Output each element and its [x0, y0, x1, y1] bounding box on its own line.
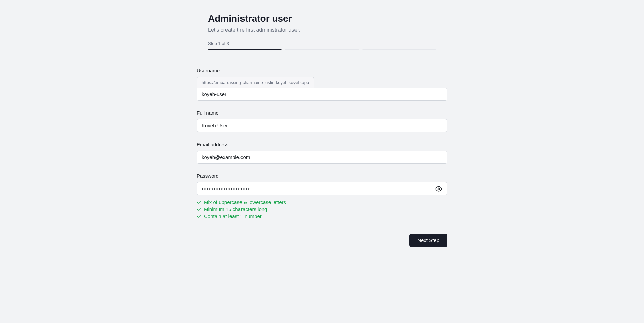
fullname-label: Full name [197, 110, 447, 116]
progress-segment-3 [362, 49, 436, 50]
password-group: Password Mix of uppercase & lowercase le… [197, 173, 447, 219]
email-group: Email address [197, 142, 447, 164]
password-visibility-toggle[interactable] [430, 182, 447, 195]
requirement-item: Mix of uppercase & lowercase letters [197, 199, 447, 205]
eye-icon [435, 185, 442, 192]
username-label: Username [197, 68, 447, 73]
form-actions: Next Step [197, 234, 447, 247]
password-input[interactable] [197, 182, 430, 195]
next-step-button[interactable]: Next Step [409, 234, 447, 247]
page-header: Administrator user Let's create the firs… [208, 13, 436, 33]
progress-segment-1 [208, 49, 282, 50]
email-label: Email address [197, 142, 447, 147]
password-requirements: Mix of uppercase & lowercase letters Min… [197, 199, 447, 219]
password-label: Password [197, 173, 447, 179]
check-icon [197, 214, 201, 219]
email-input[interactable] [197, 151, 447, 164]
page-subtitle: Let's create the first administrator use… [208, 27, 436, 33]
fullname-input[interactable] [197, 119, 447, 132]
step-label: Step 1 of 3 [208, 41, 436, 46]
requirement-text: Mix of uppercase & lowercase letters [204, 199, 286, 205]
fullname-group: Full name [197, 110, 447, 132]
progress-bars [208, 49, 436, 50]
page-title: Administrator user [208, 13, 436, 24]
username-input[interactable] [197, 88, 447, 101]
check-icon [197, 207, 201, 212]
check-icon [197, 200, 201, 205]
requirement-item: Contain at least 1 number [197, 213, 447, 219]
requirement-item: Minimum 15 characters long [197, 206, 447, 212]
progress-section: Step 1 of 3 [208, 41, 436, 50]
progress-segment-2 [285, 49, 359, 50]
svg-point-0 [438, 188, 440, 190]
requirement-text: Contain at least 1 number [204, 213, 262, 219]
url-prefix: https://embarrassing-charmaine-justin-ko… [197, 77, 314, 88]
requirement-text: Minimum 15 characters long [204, 206, 267, 212]
username-group: Username https://embarrassing-charmaine-… [197, 68, 447, 101]
